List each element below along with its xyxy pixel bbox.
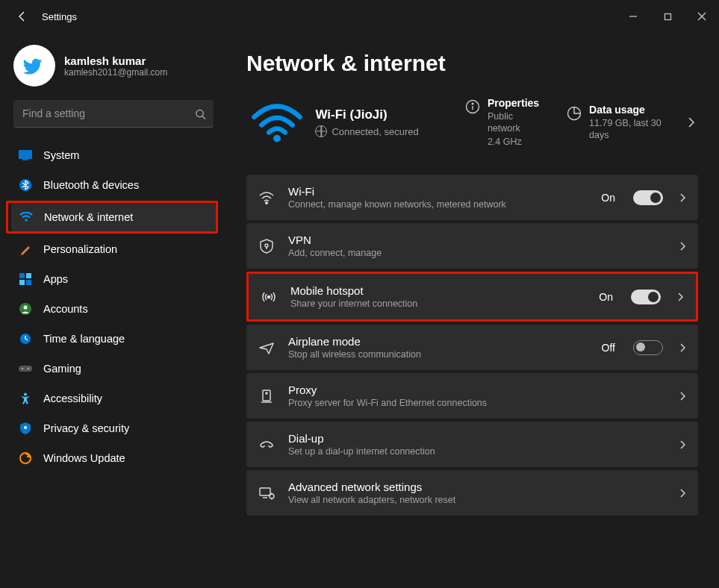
airplane-toggle[interactable] [633, 340, 663, 355]
chevron-right-icon [679, 488, 686, 498]
vpn-icon [257, 239, 276, 254]
chevron-right-icon [679, 193, 686, 203]
data-usage-title: Data usage [589, 104, 677, 116]
chevron-right-icon [679, 391, 686, 401]
svg-rect-7 [19, 150, 32, 159]
svg-rect-33 [263, 390, 270, 401]
window-controls [616, 0, 719, 33]
svg-point-38 [270, 494, 274, 498]
svg-point-20 [28, 368, 29, 369]
wifi-toggle[interactable] [633, 190, 663, 205]
profile-email: kamlesh2011@gmail.com [64, 67, 167, 78]
hotspot-icon [259, 290, 278, 304]
wifi-state: On [601, 192, 615, 204]
nav-label: Bluetooth & devices [43, 179, 139, 191]
globe-icon [315, 125, 327, 137]
sidebar-item-privacy[interactable]: Privacy & security [10, 414, 218, 442]
wifi-icon [19, 210, 34, 225]
nav-label: Windows Update [43, 452, 125, 464]
row-airplane[interactable]: Airplane mode Stop all wireless communic… [246, 325, 698, 370]
svg-point-29 [266, 201, 267, 203]
row-dialup[interactable]: Dial-up Set up a dial-up internet connec… [246, 422, 698, 467]
row-sub: Set up a dial-up internet connection [288, 446, 667, 457]
titlebar: Settings [0, 0, 719, 33]
sidebar-item-bluetooth[interactable]: Bluetooth & devices [10, 171, 218, 199]
chevron-right-icon [679, 241, 686, 251]
sidebar: kamlesh kumar kamlesh2011@gmail.com Syst… [0, 33, 224, 588]
chevron-right-icon [679, 343, 686, 353]
time-icon [18, 331, 33, 346]
wifi-icon [257, 191, 276, 204]
sidebar-item-personalization[interactable]: Personalization [10, 235, 218, 263]
sidebar-item-gaming[interactable]: Gaming [10, 354, 218, 383]
main-content: Network & internet Wi-Fi (JioJi) Connect… [224, 33, 719, 588]
row-title: Mobile hotspot [290, 284, 587, 297]
wifi-large-icon [246, 96, 308, 149]
gaming-icon [18, 361, 33, 376]
search-icon [195, 108, 206, 119]
svg-point-27 [472, 103, 473, 104]
sidebar-item-system[interactable]: System [10, 141, 218, 169]
search-input[interactable] [13, 100, 214, 128]
advanced-icon [257, 487, 276, 500]
airplane-state: Off [602, 342, 615, 354]
close-button[interactable] [685, 0, 719, 33]
window-title: Settings [42, 11, 77, 22]
svg-rect-18 [19, 366, 32, 372]
nav-label: Time & language [43, 333, 125, 345]
banner-chevron[interactable] [685, 113, 698, 131]
svg-point-21 [24, 393, 27, 396]
sidebar-item-time[interactable]: Time & language [10, 325, 218, 353]
row-proxy[interactable]: Proxy Proxy server for Wi-Fi and Etherne… [246, 373, 698, 419]
accounts-icon [18, 301, 33, 316]
svg-rect-14 [26, 280, 31, 285]
svg-line-6 [202, 116, 205, 119]
row-title: Dial-up [288, 432, 667, 445]
connection-banner: Wi-Fi (JioJi) Connected, secured Propert… [246, 96, 698, 149]
data-usage-sub: 11.79 GB, last 30 days [589, 117, 677, 142]
row-vpn[interactable]: VPN Add, connect, manage [246, 223, 698, 269]
svg-point-5 [196, 110, 203, 116]
data-usage-icon [567, 105, 582, 122]
system-icon [18, 148, 33, 163]
row-hotspot[interactable]: Mobile hotspot Share your internet conne… [249, 274, 696, 319]
data-usage-block[interactable]: Data usage 11.79 GB, last 30 days [567, 104, 677, 142]
sidebar-item-update[interactable]: Windows Update [10, 444, 218, 472]
nav: System Bluetooth & devices Network & int… [10, 141, 218, 472]
back-button[interactable] [12, 10, 33, 22]
dialup-icon [257, 439, 276, 451]
row-advanced[interactable]: Advanced network settings View all netwo… [246, 470, 698, 516]
profile-block[interactable]: kamlesh kumar kamlesh2011@gmail.com [10, 40, 218, 100]
hotspot-toggle[interactable] [631, 290, 661, 304]
properties-title: Properties [488, 97, 544, 109]
row-sub: View all network adapters, network reset [288, 495, 667, 505]
row-wifi[interactable]: Wi-Fi Connect, manage known networks, me… [246, 175, 698, 220]
nav-label: System [43, 149, 79, 161]
connection-status: Connected, secured [332, 126, 418, 137]
maximize-button[interactable] [650, 0, 685, 33]
row-sub: Connect, manage known networks, metered … [288, 199, 589, 210]
svg-point-19 [22, 368, 23, 369]
svg-point-32 [267, 295, 270, 298]
info-icon [464, 98, 479, 115]
minimize-button[interactable] [616, 0, 650, 33]
chevron-right-icon [677, 292, 684, 302]
personalization-icon [18, 242, 33, 257]
properties-block[interactable]: Properties Public network 2.4 GHz [464, 97, 544, 148]
sidebar-item-accessibility[interactable]: Accessibility [10, 384, 218, 413]
svg-rect-1 [664, 13, 670, 19]
sidebar-item-network[interactable]: Network & internet [11, 203, 216, 231]
privacy-icon [18, 421, 33, 436]
svg-point-24 [273, 135, 281, 143]
svg-rect-11 [19, 273, 25, 278]
row-sub: Share your internet connection [290, 298, 587, 309]
svg-rect-13 [19, 280, 25, 285]
sidebar-item-accounts[interactable]: Accounts [10, 295, 218, 323]
sidebar-item-apps[interactable]: Apps [10, 265, 218, 293]
avatar [13, 45, 55, 87]
search-box[interactable] [13, 100, 214, 128]
update-icon [18, 451, 33, 466]
nav-label: Accessibility [43, 392, 102, 404]
proxy-icon [257, 389, 276, 404]
row-title: Advanced network settings [288, 481, 667, 493]
